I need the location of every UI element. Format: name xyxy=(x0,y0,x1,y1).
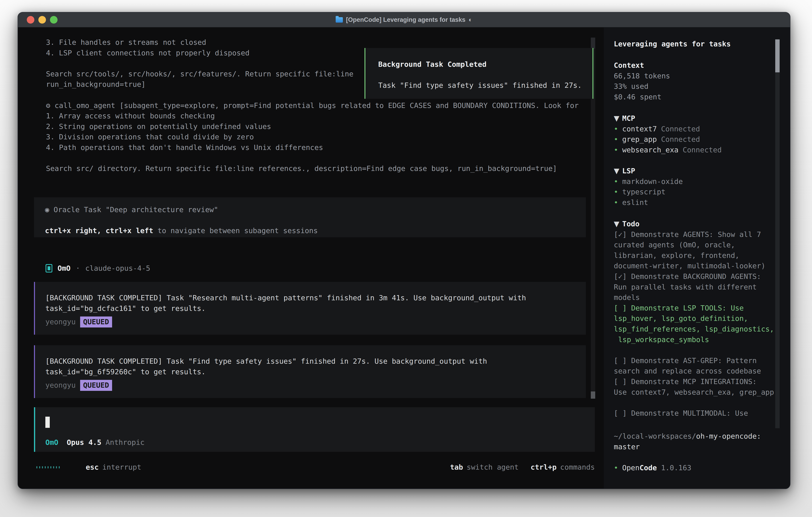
lsp-item-name: typescript xyxy=(622,188,666,196)
agent-cursor-icon xyxy=(46,264,52,272)
task-user: yeongyu xyxy=(46,380,76,391)
window-title-text: [OpenCode] Leveraging agents for tasks xyxy=(346,16,466,23)
window-title: [OpenCode] Leveraging agents for tasks ◐ xyxy=(336,16,472,23)
status-dot-icon: • xyxy=(614,124,622,134)
task-completed-box-2: [BACKGROUND TASK COMPLETED] Task "Find t… xyxy=(34,345,586,398)
sidebar-scrollbar-track[interactable] xyxy=(775,39,780,428)
workspace-branch: master xyxy=(614,442,761,452)
oracle-task-line: ◉ Oracle Task "Deep architecture review" xyxy=(45,205,586,215)
folder-icon xyxy=(336,17,343,23)
notification-body: Task "Find type safety issues" finished … xyxy=(378,80,592,91)
lsp-item: •eslint xyxy=(614,197,683,208)
tool-call-text: call_omo_agent [subagent_type=explore, p… xyxy=(50,101,579,110)
zoom-button[interactable] xyxy=(50,16,58,24)
brand-open: Open xyxy=(622,464,640,472)
todo-items-done: [✓] Demonstrate AGENTS: Show all 7 curat… xyxy=(614,229,774,303)
mcp-item: •context7Connected xyxy=(614,124,722,134)
lsp-heading: LSP xyxy=(622,167,635,175)
active-model-label: Opus 4.5 xyxy=(67,437,101,448)
session-title: Leveraging agents for tasks xyxy=(614,39,731,49)
agent-name: OmO xyxy=(58,263,70,274)
status-badge: QUEUED xyxy=(80,317,112,327)
todo-heading: Todo xyxy=(622,220,640,228)
notification-title: Background Task Completed xyxy=(378,59,592,70)
mcp-item-status: Connected xyxy=(661,125,700,133)
lsp-item-name: eslint xyxy=(622,198,648,207)
mcp-item: •websearch_exaConnected xyxy=(614,145,722,155)
lsp-section-header[interactable]: ▼LSP xyxy=(614,166,683,176)
collapse-triangle-icon: ▼ xyxy=(614,166,622,176)
traffic-lights xyxy=(27,12,58,27)
context-spent: $0.46 spent xyxy=(614,92,670,102)
context-section: Context 66,518 tokens 33% used $0.46 spe… xyxy=(614,60,670,102)
titlebar[interactable]: [OpenCode] Leveraging agents for tasks ◐ xyxy=(18,12,790,28)
context-heading: Context xyxy=(614,60,670,71)
agent-separator: · xyxy=(76,263,80,274)
task-message: [BACKGROUND TASK COMPLETED] Task "Find t… xyxy=(46,356,586,377)
background-task-notification: Background Task Completed Task "Find typ… xyxy=(365,48,593,99)
status-bar-right: tab switch agent ctrl+p commands xyxy=(450,462,595,472)
context-used: 33% used xyxy=(614,81,670,92)
mcp-item: •grep_appConnected xyxy=(614,134,722,145)
task-completed-box-1: [BACKGROUND TASK COMPLETED] Task "Resear… xyxy=(34,282,586,335)
status-bar: esc interrupt tab switch agent ctrl+p co… xyxy=(36,462,595,472)
oracle-task-box: ◉ Oracle Task "Deep architecture review"… xyxy=(34,197,586,237)
agent-header: OmO · claude-opus-4-5 xyxy=(46,262,150,274)
task-meta: yeongyu QUEUED xyxy=(46,380,586,391)
tool-call-line: ⚙ call_omo_agent [subagent_type=explore,… xyxy=(46,100,605,111)
main-scrollbar-upper-thumb[interactable] xyxy=(591,37,595,49)
text-cursor xyxy=(46,417,50,428)
workspace-path: ~/local-workspaces/oh-my-opencode: maste… xyxy=(614,431,761,452)
main-scrollbar-track[interactable] xyxy=(591,48,595,398)
lsp-item: •markdown-oxide xyxy=(614,176,683,187)
status-dot-icon: • xyxy=(614,134,622,145)
esc-key-label: interrupt xyxy=(102,462,141,472)
version-number: 1.0.163 xyxy=(661,464,691,472)
context-tokens: 66,518 tokens xyxy=(614,71,670,81)
todo-section-header[interactable]: ▼Todo xyxy=(614,219,774,229)
workspace-path-prefix: ~/local-workspaces/ xyxy=(614,432,696,440)
status-dot-icon: • xyxy=(614,197,622,208)
collapse-triangle-icon: ▼ xyxy=(614,219,622,229)
lsp-item: •typescript xyxy=(614,187,683,197)
task-meta: yeongyu QUEUED xyxy=(46,317,586,327)
status-dot-icon: • xyxy=(614,187,622,197)
mcp-heading: MCP xyxy=(622,114,635,123)
opencode-window: [OpenCode] Leveraging agents for tasks ◐… xyxy=(18,12,790,489)
prompt-input[interactable]: OmO Opus 4.5 Anthropic xyxy=(34,407,595,452)
subagent-nav-hint: ctrl+x right, ctrl+x left to navigate be… xyxy=(45,225,586,236)
mcp-item-status: Connected xyxy=(683,146,722,154)
agent-model: claude-opus-4-5 xyxy=(85,263,150,274)
task-user: yeongyu xyxy=(46,317,76,327)
sidebar-scrollbar-thumb[interactable] xyxy=(775,39,780,72)
mcp-item-name: context7 xyxy=(622,125,657,133)
model-row: OmO Opus 4.5 Anthropic xyxy=(46,437,145,448)
spinner-dots xyxy=(36,466,60,468)
nav-keys: ctrl+x right, ctrl+x left xyxy=(45,226,153,235)
ctrlp-key-label: commands xyxy=(560,462,595,472)
brand-code: Code xyxy=(640,464,657,472)
tab-key-label: switch agent xyxy=(467,462,519,472)
status-dot-icon: • xyxy=(614,176,622,187)
desktop: [OpenCode] Leveraging agents for tasks ◐… xyxy=(0,0,812,517)
mcp-item-name: grep_app xyxy=(622,135,657,143)
version-row: •OpenCode1.0.163 xyxy=(614,463,691,473)
record-icon: ◉ xyxy=(45,206,49,214)
mcp-item-name: websearch_exa xyxy=(622,146,678,154)
model-provider-label: Anthropic xyxy=(106,437,144,448)
nav-hint-text: to navigate between subagent sessions xyxy=(153,226,318,235)
lsp-section: ▼LSP •markdown-oxide •typescript •eslint xyxy=(614,166,683,208)
status-badge: QUEUED xyxy=(80,380,112,391)
mcp-section-header[interactable]: ▼MCP xyxy=(614,113,722,124)
half-circle-icon: ◐ xyxy=(469,16,472,23)
mcp-section: ▼MCP •context7Connected •grep_appConnect… xyxy=(614,113,722,155)
minimize-button[interactable] xyxy=(38,16,46,24)
active-agent-label: OmO xyxy=(46,437,58,448)
oracle-task-label: Oracle Task "Deep architecture review" xyxy=(49,206,218,214)
gear-icon: ⚙ xyxy=(46,101,50,110)
close-button[interactable] xyxy=(27,16,34,24)
main-scrollbar-thumb[interactable] xyxy=(591,391,595,399)
status-dot-icon: • xyxy=(614,463,622,473)
task-message: [BACKGROUND TASK COMPLETED] Task "Resear… xyxy=(46,293,586,314)
mcp-item-status: Connected xyxy=(661,135,700,143)
